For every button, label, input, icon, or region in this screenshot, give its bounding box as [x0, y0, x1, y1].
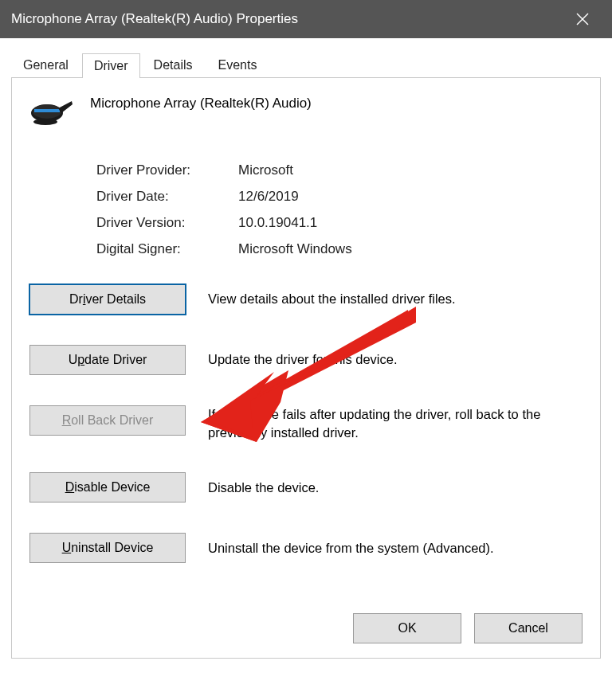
close-icon [576, 13, 589, 25]
svg-rect-4 [34, 109, 60, 112]
ok-button[interactable]: OK [353, 613, 461, 643]
close-button[interactable] [564, 0, 601, 38]
disable-device-button[interactable]: Disable Device [29, 472, 186, 503]
driver-date-value: 12/6/2019 [238, 189, 299, 205]
digital-signer-value: Microsoft Windows [238, 241, 352, 257]
rollback-driver-desc: If the device fails after updating the d… [208, 405, 583, 442]
tabstrip: General Driver Details Events [0, 38, 612, 77]
driver-provider-value: Microsoft [238, 162, 293, 178]
tab-events[interactable]: Events [206, 53, 269, 77]
tab-details[interactable]: Details [142, 53, 205, 77]
titlebar: Microphone Array (Realtek(R) Audio) Prop… [0, 0, 612, 38]
dialog-footer: OK Cancel [353, 613, 583, 643]
driver-info-grid: Driver Provider: Microsoft Driver Date: … [96, 162, 583, 257]
driver-version-label: Driver Version: [96, 215, 238, 231]
driver-tab-panel: Microphone Array (Realtek(R) Audio) Driv… [11, 77, 601, 659]
action-row-uninstall: Uninstall Device Uninstall the device fr… [29, 533, 583, 563]
update-driver-desc: Update the driver for this device. [208, 350, 398, 369]
driver-details-button[interactable]: Driver Details [29, 284, 186, 315]
action-row-rollback: Roll Back Driver If the device fails aft… [29, 405, 583, 442]
uninstall-device-desc: Uninstall the device from the system (Ad… [208, 539, 494, 557]
window-title: Microphone Array (Realtek(R) Audio) Prop… [11, 11, 564, 27]
tab-driver[interactable]: Driver [82, 53, 140, 78]
action-row-update: Update Driver Update the driver for this… [29, 345, 583, 375]
tab-general[interactable]: General [11, 53, 80, 77]
driver-version-value: 10.0.19041.1 [238, 215, 317, 231]
disable-device-desc: Disable the device. [208, 479, 319, 497]
svg-point-5 [33, 119, 57, 125]
microphone-device-icon [29, 94, 74, 127]
action-row-details: Driver Details View details about the in… [29, 284, 583, 315]
action-row-disable: Disable Device Disable the device. [29, 472, 583, 503]
cancel-button[interactable]: Cancel [474, 613, 583, 643]
update-driver-button[interactable]: Update Driver [29, 345, 186, 375]
rollback-driver-button: Roll Back Driver [29, 405, 186, 436]
digital-signer-label: Digital Signer: [96, 241, 238, 257]
driver-provider-label: Driver Provider: [96, 162, 238, 178]
device-header: Microphone Array (Realtek(R) Audio) [29, 94, 583, 127]
uninstall-device-button[interactable]: Uninstall Device [29, 533, 186, 563]
device-name: Microphone Array (Realtek(R) Audio) [90, 94, 312, 111]
driver-date-label: Driver Date: [96, 189, 238, 205]
driver-details-desc: View details about the installed driver … [208, 290, 456, 308]
